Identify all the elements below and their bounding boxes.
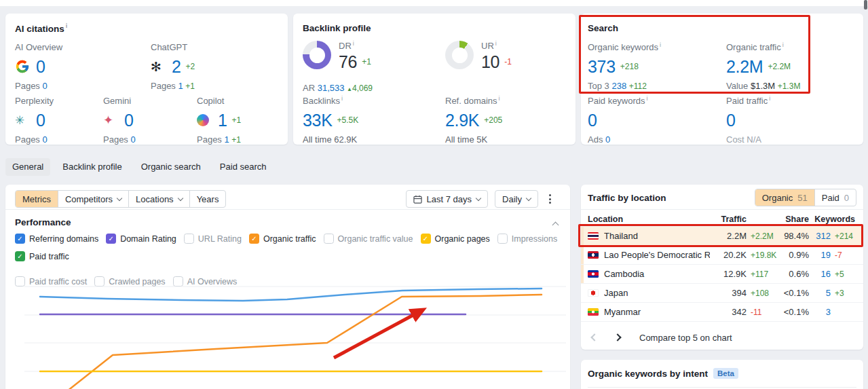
years-button[interactable]: Years bbox=[189, 191, 226, 207]
chevron-down-icon bbox=[117, 195, 122, 200]
checkbox-icon bbox=[249, 234, 259, 244]
dr-value: 76 bbox=[339, 52, 357, 72]
triangle-up-icon: ▲ bbox=[347, 86, 352, 92]
scrollbar-thumb[interactable] bbox=[864, 0, 867, 10]
perplexity-count[interactable]: 0 bbox=[36, 111, 45, 130]
dr-donut-gauge bbox=[303, 41, 331, 69]
search-card: Search Organic keywords 373+218 Top 3 23… bbox=[581, 14, 863, 145]
tab-backlink-profile[interactable]: Backlink profile bbox=[56, 158, 128, 176]
metric-chatgpt: ChatGPT ✻ 2 +2 Pages 1 +1 bbox=[151, 42, 195, 91]
paid-keywords-value[interactable]: 0 bbox=[588, 111, 597, 130]
dashboard: AI citations AI Overview 0 Pages 0 ChatG… bbox=[0, 0, 868, 389]
table-row-myanmar[interactable]: Myanmar 342 -11 <0.1% 3 bbox=[581, 303, 863, 322]
ur-donut-gauge bbox=[445, 41, 474, 69]
checkbox-icon bbox=[15, 234, 25, 244]
flag-thailand-icon bbox=[588, 232, 599, 240]
next-page-button[interactable] bbox=[611, 332, 624, 343]
filter-segmented-control: Metrics Competitors Locations Years bbox=[15, 190, 226, 208]
locations-button[interactable]: Locations bbox=[128, 191, 189, 207]
organic-traffic-value[interactable]: 2.2M bbox=[726, 57, 763, 77]
column-share[interactable]: Share bbox=[774, 215, 809, 224]
kebab-menu-icon[interactable] bbox=[545, 191, 555, 206]
checkbox-icon bbox=[324, 234, 334, 244]
date-controls: Last 7 days Daily bbox=[406, 190, 555, 208]
tab-organic-search[interactable]: Organic search bbox=[134, 158, 208, 176]
collapse-chevron-up-icon[interactable] bbox=[552, 222, 559, 229]
tab-general[interactable]: General bbox=[5, 158, 50, 176]
google-logo-icon bbox=[15, 59, 31, 74]
checkbox-impressions[interactable]: Impressions bbox=[497, 234, 557, 244]
flag-myanmar-icon bbox=[588, 308, 599, 316]
copilot-count[interactable]: 1 bbox=[218, 111, 227, 130]
gemini-count[interactable]: 0 bbox=[124, 111, 134, 130]
chevron-down-icon bbox=[476, 195, 481, 200]
checkbox-referring-domains[interactable]: Referring domains bbox=[15, 234, 98, 244]
row-indicator bbox=[581, 284, 584, 302]
table-row-cambodia[interactable]: Cambodia 12.9K +117 0.6% 16 +5 bbox=[581, 265, 863, 284]
row-indicator bbox=[581, 227, 584, 245]
paid-toggle[interactable]: Paid0 bbox=[814, 189, 856, 206]
chatgpt-count[interactable]: 2 bbox=[172, 57, 181, 77]
perplexity-logo-icon: ✳ bbox=[15, 115, 31, 126]
checkbox-icon bbox=[106, 234, 116, 244]
info-icon bbox=[353, 41, 354, 47]
divider bbox=[5, 209, 570, 210]
table-header: Location Traffic Share Keywords bbox=[581, 212, 863, 226]
organic-paid-toggle: Organic51 Paid0 bbox=[755, 189, 856, 206]
checkbox-organic-pages[interactable]: Organic pages bbox=[421, 234, 490, 244]
filter-bar: Metrics Competitors Locations Years bbox=[15, 190, 226, 208]
prev-page-button[interactable] bbox=[588, 332, 601, 343]
metrics-button[interactable]: Metrics bbox=[16, 191, 58, 207]
backlinks-value[interactable]: 33K bbox=[303, 111, 333, 130]
table-body: Thailand 2.2M +2.2M 98.4% 312 +214 Lao P… bbox=[581, 226, 863, 322]
column-keywords[interactable]: Keywords bbox=[809, 215, 855, 224]
checkbox-icon bbox=[184, 234, 194, 244]
ai-overview-count[interactable]: 0 bbox=[36, 57, 45, 77]
column-traffic[interactable]: Traffic bbox=[710, 215, 747, 224]
checkbox-paid-traffic[interactable]: Paid traffic bbox=[15, 251, 69, 261]
competitors-button[interactable]: Competitors bbox=[58, 191, 128, 207]
card-title: Search bbox=[588, 23, 618, 33]
checkbox-domain-rating[interactable]: Domain Rating bbox=[106, 234, 176, 244]
chevron-left-icon bbox=[590, 333, 598, 341]
column-location[interactable]: Location bbox=[588, 215, 710, 224]
performance-card: Metrics Competitors Locations Years Last… bbox=[5, 185, 570, 389]
divider bbox=[581, 209, 863, 210]
traffic-by-location-card: Traffic by location Organic51 Paid0 Loca… bbox=[581, 185, 863, 350]
overview-tabs: General Backlink profile Organic search … bbox=[5, 158, 273, 176]
info-icon bbox=[495, 41, 497, 47]
checkbox-organic-traffic[interactable]: Organic traffic bbox=[249, 234, 316, 244]
card-title: AI citations bbox=[15, 23, 67, 34]
chevron-down-icon bbox=[526, 195, 531, 200]
calendar-icon bbox=[413, 195, 422, 204]
top-card-edge bbox=[0, 0, 868, 6]
metric-organic-keywords: Organic keywords 373+218 Top 3 238 +112 bbox=[588, 42, 661, 91]
ref-domains-value[interactable]: 2.9K bbox=[445, 111, 479, 130]
ahrefs-rank: AR 31,533 ▲4,069 bbox=[303, 83, 373, 93]
table-row-thailand[interactable]: Thailand 2.2M +2.2M 98.4% 312 +214 bbox=[581, 227, 863, 246]
info-icon bbox=[66, 23, 68, 29]
info-icon bbox=[782, 42, 784, 48]
checkbox-organic-traffic-value[interactable]: Organic traffic value bbox=[324, 234, 413, 244]
tab-paid-search[interactable]: Paid search bbox=[213, 158, 273, 176]
table-row-japan[interactable]: Japan 394 +108 <0.1% 5 +3 bbox=[581, 284, 863, 303]
chatgpt-logo-icon: ✻ bbox=[151, 60, 167, 73]
ur-value: 10 bbox=[481, 52, 499, 72]
location-name: Thailand bbox=[604, 231, 710, 241]
compare-top5-link[interactable]: Compare top 5 on chart bbox=[639, 333, 732, 343]
table-row-laos[interactable]: Lao People's Democratic Reput 20.2K +19.… bbox=[581, 246, 863, 265]
backlink-profile-card: Backlink profile DR 76+1 AR 31,533 ▲4,06… bbox=[293, 14, 575, 145]
granularity-button[interactable]: Daily bbox=[495, 190, 538, 208]
metric-organic-traffic: Organic traffic 2.2M+2.2M Value $1.3M +1… bbox=[726, 42, 800, 91]
copilot-logo-icon bbox=[197, 114, 213, 126]
flag-cambodia-icon bbox=[588, 270, 599, 278]
info-icon bbox=[769, 96, 770, 102]
ai-citations-card: AI citations AI Overview 0 Pages 0 ChatG… bbox=[5, 14, 288, 145]
organic-toggle[interactable]: Organic51 bbox=[755, 189, 814, 206]
gemini-logo-icon: ✦ bbox=[103, 114, 119, 126]
metric-ref-domains: Ref. domains 2.9K+205 All time 5K bbox=[445, 96, 502, 145]
organic-keywords-value[interactable]: 373 bbox=[588, 57, 616, 77]
paid-traffic-value[interactable]: 0 bbox=[726, 111, 736, 130]
checkbox-url-rating[interactable]: URL Rating bbox=[184, 234, 242, 244]
date-range-button[interactable]: Last 7 days bbox=[406, 190, 489, 208]
